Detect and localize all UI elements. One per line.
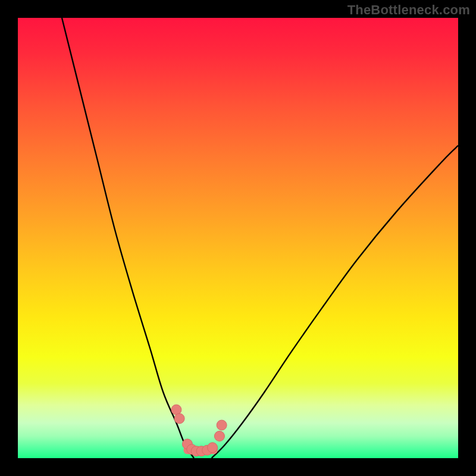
marker-dot (174, 414, 184, 424)
bottleneck-left-curve (62, 18, 194, 458)
chart-frame: TheBottleneck.com (0, 0, 476, 476)
plot-area (18, 18, 458, 458)
attribution-label: TheBottleneck.com (347, 2, 470, 18)
bottleneck-right-curve (212, 146, 458, 458)
marker-dot (208, 443, 218, 453)
marker-dot (217, 420, 227, 430)
marker-dot (214, 431, 224, 441)
curve-layer (18, 18, 458, 458)
